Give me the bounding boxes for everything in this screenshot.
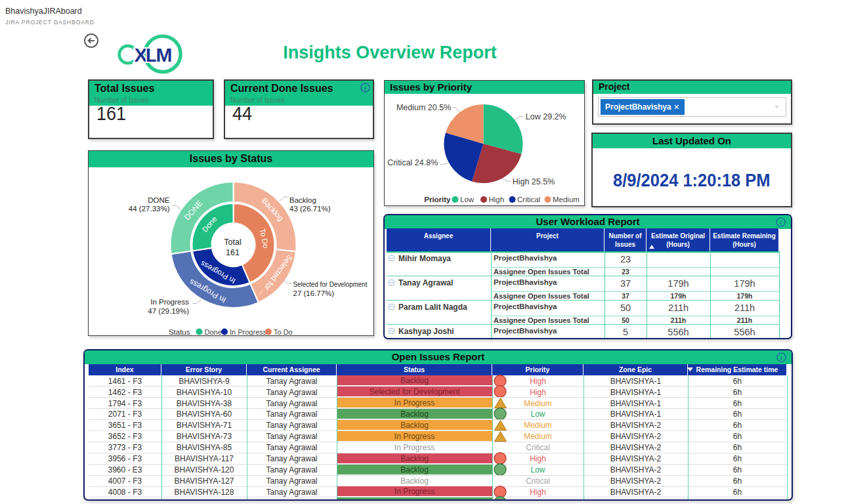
svg-text:Low 29.2%: Low 29.2% bbox=[526, 112, 566, 121]
svg-text:XLM: XLM bbox=[135, 44, 173, 66]
svg-text:Medium: Medium bbox=[553, 196, 580, 203]
svg-text:27 (16.77%): 27 (16.77%) bbox=[293, 289, 335, 297]
svg-text:To Do: To Do bbox=[274, 328, 293, 336]
svg-text:i: i bbox=[364, 85, 366, 91]
svg-text:43 (26.71%): 43 (26.71%) bbox=[289, 205, 331, 213]
svg-text:47 (29.19%): 47 (29.19%) bbox=[148, 307, 189, 315]
svg-text:Selected for Development: Selected for Development bbox=[293, 280, 368, 288]
svg-text:Priority: Priority bbox=[424, 196, 451, 203]
svg-text:Total: Total bbox=[224, 238, 241, 247]
svg-text:Critical: Critical bbox=[517, 196, 540, 203]
svg-text:High: High bbox=[489, 196, 505, 203]
svg-text:44 (27.33%): 44 (27.33%) bbox=[129, 205, 170, 213]
svg-text:Critical 24.8%: Critical 24.8% bbox=[387, 158, 438, 167]
svg-text:Medium 20.5%: Medium 20.5% bbox=[396, 103, 451, 112]
svg-text:In Progress: In Progress bbox=[150, 298, 189, 306]
svg-text:Low: Low bbox=[460, 196, 475, 203]
svg-text:In Progress: In Progress bbox=[230, 328, 267, 336]
svg-text:DONE: DONE bbox=[148, 196, 170, 204]
svg-text:161: 161 bbox=[226, 248, 240, 257]
svg-text:Backlog: Backlog bbox=[289, 196, 316, 204]
svg-text:Status: Status bbox=[169, 328, 190, 336]
svg-text:High 25.5%: High 25.5% bbox=[513, 177, 555, 186]
svg-text:Done: Done bbox=[205, 328, 222, 336]
